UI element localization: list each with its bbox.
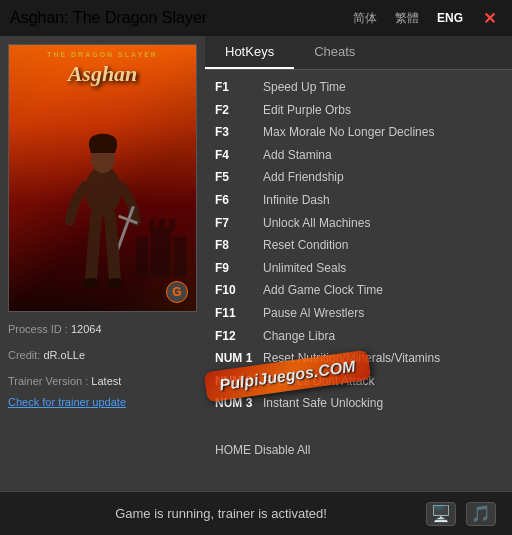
watermark-text: PulpiJuegos.COM — [218, 358, 356, 394]
svg-rect-10 — [159, 219, 165, 231]
hotkey-desc: Unlock All Machines — [263, 214, 370, 233]
status-bar: Game is running, trainer is activated! 🖥… — [0, 491, 512, 535]
monitor-icon-symbol: 🖥️ — [431, 504, 451, 523]
hotkey-key: F5 — [215, 168, 263, 187]
hotkey-desc: Pause Al Wrestlers — [263, 304, 364, 323]
hotkey-key: F8 — [215, 236, 263, 255]
hotkey-row: F6Infinite Dash — [215, 189, 502, 212]
hotkey-desc: Add Friendship — [263, 168, 344, 187]
hotkey-key: F7 — [215, 214, 263, 233]
hotkey-desc: Instant Safe Unlocking — [263, 394, 383, 413]
svg-rect-8 — [174, 237, 186, 277]
hotkey-row: NUM 3Instant Safe Unlocking — [215, 392, 502, 415]
home-action: HOME Disable All — [215, 443, 310, 457]
hotkey-row: F1Speed Up Time — [215, 76, 502, 99]
hotkey-row: F7Unlock All Machines — [215, 212, 502, 235]
hotkey-key: F2 — [215, 101, 263, 120]
status-icons: 🖥️ 🎵 — [426, 502, 496, 526]
credit-value: dR.oLLe — [43, 349, 85, 361]
hotkey-row: F3Max Morale No Longer Declines — [215, 121, 502, 144]
main-content: THE DRAGON SLAYER Asghan — [0, 36, 512, 491]
hotkey-row: F11Pause Al Wrestlers — [215, 302, 502, 325]
tab-hotkeys[interactable]: HotKeys — [205, 36, 294, 69]
credit-label: Credit: — [8, 349, 40, 361]
monitor-icon[interactable]: 🖥️ — [426, 502, 456, 526]
hotkey-row: F4Add Stamina — [215, 144, 502, 167]
home-section: HOME Disable All — [205, 437, 512, 461]
svg-rect-6 — [151, 227, 171, 277]
hotkey-row: F5Add Friendship — [215, 166, 502, 189]
hotkey-key: F9 — [215, 259, 263, 278]
version-label: Trainer Version : — [8, 375, 91, 387]
warrior-silhouette — [58, 111, 148, 311]
version-row: Trainer Version : Latest — [8, 372, 197, 392]
hotkey-key: F1 — [215, 78, 263, 97]
app-title: Asghan: The Dragon Slayer — [10, 9, 207, 27]
hotkey-desc: Reset Condition — [263, 236, 348, 255]
svg-rect-11 — [169, 219, 175, 231]
hotkey-row: F8Reset Condition — [215, 234, 502, 257]
hotkey-key: F6 — [215, 191, 263, 210]
info-panel: Process ID : 12064 Credit: dR.oLLe Train… — [8, 320, 197, 413]
svg-point-5 — [107, 278, 123, 288]
hotkey-desc: Speed Up Time — [263, 78, 346, 97]
hotkey-key: F3 — [215, 123, 263, 142]
lang-traditional[interactable]: 繁體 — [391, 8, 423, 29]
process-label: Process ID : — [8, 323, 71, 335]
process-value: 12064 — [71, 323, 102, 335]
process-row: Process ID : 12064 — [8, 320, 197, 340]
title-bar: Asghan: The Dragon Slayer 简体 繁體 ENG ✕ — [0, 0, 512, 36]
close-button[interactable]: ✕ — [477, 7, 502, 30]
hotkey-row: F9Unlimited Seals — [215, 257, 502, 280]
game-cover: THE DRAGON SLAYER Asghan — [8, 44, 197, 312]
hotkey-row: F2Edit Purple Orbs — [215, 99, 502, 122]
hotkey-key: F10 — [215, 281, 263, 300]
music-icon-symbol: 🎵 — [471, 504, 491, 523]
svg-point-4 — [83, 278, 99, 288]
hotkey-key: F11 — [215, 304, 263, 323]
update-link-row: Check for trainer update — [8, 393, 197, 413]
watermark: PulpiJuegos.COM — [205, 361, 502, 391]
hotkey-desc: Add Game Clock Time — [263, 281, 383, 300]
hotkey-desc: Max Morale No Longer Declines — [263, 123, 434, 142]
game-cover-subtitle: THE DRAGON SLAYER — [9, 51, 196, 58]
g-logo: G — [166, 281, 188, 303]
title-controls: 简体 繁體 ENG ✕ — [349, 7, 502, 30]
left-panel: THE DRAGON SLAYER Asghan — [0, 36, 205, 491]
hotkey-desc: Change Libra — [263, 327, 335, 346]
hotkey-desc: Unlimited Seals — [263, 259, 346, 278]
hotkey-row: F10Add Game Clock Time — [215, 279, 502, 302]
update-link[interactable]: Check for trainer update — [8, 396, 126, 408]
right-panel: HotKeys Cheats F1Speed Up TimeF2Edit Pur… — [205, 36, 512, 491]
tab-cheats[interactable]: Cheats — [294, 36, 375, 69]
game-cover-title: Asghan — [9, 61, 196, 87]
hotkey-desc: Edit Purple Orbs — [263, 101, 351, 120]
hotkey-key: F4 — [215, 146, 263, 165]
lang-simplified[interactable]: 简体 — [349, 8, 381, 29]
hotkey-row: F12Change Libra — [215, 325, 502, 348]
tabs-row: HotKeys Cheats — [205, 36, 512, 70]
credit-row: Credit: dR.oLLe — [8, 346, 197, 366]
hotkey-key: F12 — [215, 327, 263, 346]
svg-point-0 — [85, 166, 121, 216]
hotkey-desc: Add Stamina — [263, 146, 332, 165]
svg-rect-9 — [149, 219, 155, 231]
lang-english[interactable]: ENG — [433, 9, 467, 27]
version-value: Latest — [91, 375, 121, 387]
status-text: Game is running, trainer is activated! — [16, 506, 426, 521]
hotkey-desc: Infinite Dash — [263, 191, 330, 210]
music-icon[interactable]: 🎵 — [466, 502, 496, 526]
